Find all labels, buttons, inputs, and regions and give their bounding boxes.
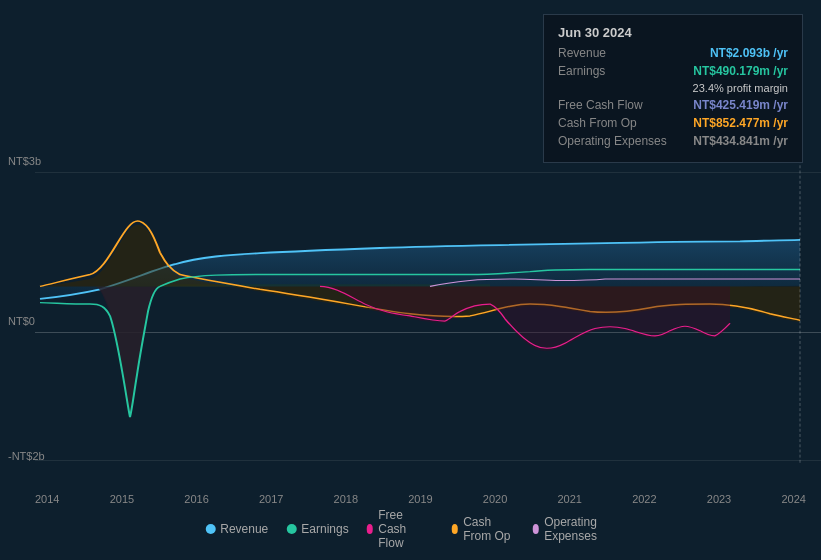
chart-legend: Revenue Earnings Free Cash Flow Cash Fro… [205,508,616,550]
x-label-2021: 2021 [557,493,581,505]
x-label-2024: 2024 [781,493,805,505]
legend-cashfromop[interactable]: Cash From Op [452,515,515,543]
tooltip-revenue-value: NT$2.093b /yr [710,46,788,60]
tooltip-margin-value: 23.4% profit margin [693,82,788,94]
tooltip-revenue-label: Revenue [558,46,606,60]
x-label-2015: 2015 [110,493,134,505]
tooltip-opex-value: NT$434.841m /yr [693,134,788,148]
legend-dot-opex [533,524,540,534]
tooltip-earnings-value: NT$490.179m /yr [693,64,788,78]
tooltip-cashfromop: Cash From Op NT$852.477m /yr [558,116,788,130]
tooltip-earnings: Earnings NT$490.179m /yr [558,64,788,78]
x-label-2016: 2016 [184,493,208,505]
x-label-2020: 2020 [483,493,507,505]
tooltip-fcf-label: Free Cash Flow [558,98,643,112]
tooltip-fcf-value: NT$425.419m /yr [693,98,788,112]
tooltip-cashfromop-value: NT$852.477m /yr [693,116,788,130]
x-label-2023: 2023 [707,493,731,505]
legend-dot-cashfromop [452,524,459,534]
legend-dot-fcf [367,524,374,534]
data-tooltip: Jun 30 2024 Revenue NT$2.093b /yr Earnin… [543,14,803,163]
legend-label-revenue: Revenue [220,522,268,536]
tooltip-revenue: Revenue NT$2.093b /yr [558,46,788,60]
legend-dot-revenue [205,524,215,534]
tooltip-fcf: Free Cash Flow NT$425.419m /yr [558,98,788,112]
x-label-2017: 2017 [259,493,283,505]
tooltip-opex: Operating Expenses NT$434.841m /yr [558,134,788,148]
legend-earnings[interactable]: Earnings [286,522,348,536]
tooltip-margin: 23.4% profit margin [558,82,788,94]
x-label-2019: 2019 [408,493,432,505]
legend-label-cashfromop: Cash From Op [463,515,514,543]
x-label-2022: 2022 [632,493,656,505]
legend-label-earnings: Earnings [301,522,348,536]
tooltip-earnings-label: Earnings [558,64,605,78]
tooltip-opex-label: Operating Expenses [558,134,667,148]
chart-svg [0,155,821,465]
legend-revenue[interactable]: Revenue [205,522,268,536]
legend-opex[interactable]: Operating Expenses [533,515,616,543]
legend-dot-earnings [286,524,296,534]
x-axis: 2014 2015 2016 2017 2018 2019 2020 2021 … [0,489,821,505]
x-label-2014: 2014 [35,493,59,505]
legend-label-fcf: Free Cash Flow [378,508,433,550]
x-label-2018: 2018 [334,493,358,505]
tooltip-cashfromop-label: Cash From Op [558,116,637,130]
tooltip-date: Jun 30 2024 [558,25,788,40]
legend-fcf[interactable]: Free Cash Flow [367,508,434,550]
legend-label-opex: Operating Expenses [544,515,616,543]
